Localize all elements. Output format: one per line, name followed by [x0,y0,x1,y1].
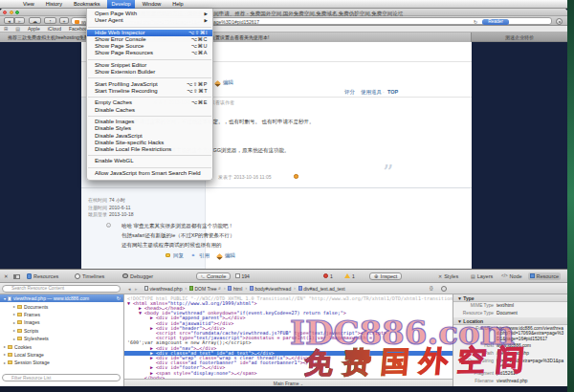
breadcrumb-file[interactable]: viewthread.php [144,286,182,292]
reply-link[interactable]: 回复 [173,252,184,259]
tree-item-frames[interactable]: ▸Frames [0,311,123,318]
edit-link[interactable]: 编辑 [223,79,233,86]
reader-button[interactable]: Reader [482,19,509,25]
console-prompt-icon: ›_ [201,273,205,278]
breadcrumb-dom-tree[interactable]: DOM Tree⇵ [189,286,221,292]
stat-value: 2010-6-11 [109,205,130,210]
inspector-tab-resources[interactable]: Resources [27,273,58,279]
menu-item-disable-local-file-restrictions[interactable]: Disable Local File Restrictions [87,146,212,153]
crosshair-icon: ⊕ [374,273,379,279]
tree-item-stylesheets[interactable]: ▸Stylesheets [0,335,123,342]
user-status-icon[interactable]: + [106,223,111,228]
resources-sidebar: ▾viewthread.php — www.idc886.com↻ ▸Docum… [0,294,124,386]
menu-item-show-extension-builder[interactable]: Show Extension Builder [87,69,212,76]
new-tab-button[interactable]: + [59,17,69,24]
gear-icon[interactable] [556,18,563,25]
edit-link2[interactable]: 编辑 [225,252,235,259]
menu-item-show-page-source[interactable]: Show Page Source⌥⌘U [87,43,212,50]
bookmark-icloud[interactable]: iCloud [48,26,61,32]
resource-search-input[interactable] [2,285,121,293]
breadcrumb-div-ad-text[interactable]: div#ad_text.ad_text [298,286,345,292]
menu-item-disable-site-specific-hacks[interactable]: Disable Site-specific Hacks [87,140,212,146]
tree-item-documents[interactable]: ▸Documents [0,302,123,310]
bookmarks-list-icon[interactable]: ▤ [15,26,20,32]
menu-item-start-timeline-recording[interactable]: Start Timeline Recording⌥⇧⌘T [87,88,212,95]
menu-item-show-error-console[interactable]: Show Error Console⌥⌘C [87,36,212,43]
sidebar-tab-node[interactable]: </>Node [501,273,522,279]
warning-count-badge[interactable]: 1 [344,273,355,279]
settings-gear-icon[interactable] [441,286,447,292]
menu-item-start-profiling-javascript[interactable]: Start Profiling JavaScript⌥⇧⌘P [87,81,212,88]
icloud-tabs-button[interactable]: ☁ [29,17,41,24]
error-count-badge[interactable]: 1 [323,273,333,279]
sidebar-tab-resource[interactable]: Resource [528,272,561,280]
menu-item-user-agent[interactable]: User Agent▶ [87,17,212,24]
menu-item-allow-javascript-from-smart-search-field[interactable]: Allow JavaScript from Smart Search Field [87,170,212,177]
menu-item-disable-caches[interactable]: Disable Caches [87,107,212,114]
nav-back-icon[interactable]: ◂ [128,286,131,292]
nav-forward-icon[interactable]: ▸ [135,286,138,292]
inspect-button[interactable]: ⊕Inspect [369,272,402,280]
console-button[interactable]: ›_Console [196,272,231,280]
tree-item-local-storage[interactable]: ▸Local Storage [0,351,123,359]
menu-item-show-snippet-editor[interactable]: Show Snippet Editor [87,62,212,69]
menubar-item-window[interactable]: Window [139,0,166,9]
tab-inactive[interactable]: 测速企业特价 [472,33,567,42]
menubar-item-view[interactable]: View [19,0,38,9]
window-titlebar[interactable]: 苹果safari浏览器查看网页源代码的方法 - 国外免费空间申请、推荐 - 免费… [0,9,567,16]
section-header-type[interactable]: ▼ Type [453,294,567,302]
use-tools-link[interactable]: 使用道具 [361,89,382,96]
styles-icon: ✕ [438,273,442,279]
reload-icon[interactable]: ↻ [474,19,477,25]
forward-button[interactable]: ▸ [14,17,25,24]
pretty-print-icon[interactable]: {} [430,285,433,291]
post2-text-line3: 还有网站主题或程序调试的时候也很有用的 [121,242,222,249]
inspector-tab-timelines[interactable]: Timelines [75,273,104,279]
menu-item-disable-javascript[interactable]: Disable JavaScript [87,133,212,140]
dock-side-icon[interactable] [13,274,20,280]
inspector-tab-debugger[interactable]: Debugger [122,273,153,279]
close-inspector-icon[interactable]: ✕ [4,273,9,279]
menubar-item-develop[interactable]: Develop [107,0,134,9]
tree-item-scripts[interactable]: ▸Scripts [0,327,123,335]
quote-link[interactable]: 引用 [199,252,210,259]
minimize-window-button[interactable] [10,11,13,14]
menu-item-open-page-with[interactable]: Open Page With▶ [87,11,212,17]
back-button[interactable]: ◂ [4,17,14,24]
zoom-window-button[interactable] [15,11,19,14]
filter-resource-input[interactable] [2,374,121,381]
menubar-item-history[interactable]: History [42,0,66,9]
tree-root-viewthread[interactable]: ▾viewthread.php — www.idc886.com↻ [0,294,123,302]
bookmark-apple[interactable]: Apple [28,26,40,32]
menu-item-show-page-resources[interactable]: Show Page Resources⌥⌘A [87,50,212,56]
menu-item-disable-images[interactable]: Disable Images [87,119,212,125]
tree-item-cookies[interactable]: ▸Cookies [0,342,123,350]
rate-link[interactable]: 评分 [344,89,355,96]
tab-active[interactable]: 推荐三款免费虚拟主机freehosting免费空间及国外免费空间申请教程 申请得… [0,33,472,42]
element-icon [228,286,232,291]
share-button[interactable]: ↑ [44,17,56,24]
menubar-item-help[interactable]: Help [168,0,187,9]
menu-item-disable-styles[interactable]: Disable Styles [87,125,212,132]
menubar-item-bookmarks[interactable]: Bookmarks [70,0,104,9]
document-icon [235,273,240,279]
breadcrumb-html[interactable]: html [228,286,242,292]
breadcrumb-body[interactable]: body#viewthread [250,286,291,292]
submenu-arrow-icon: ▶ [205,17,208,24]
tree-item-images[interactable]: ▸Images [0,318,123,326]
menu-item-hide-web-inspector[interactable]: Hide Web Inspector⌥⇧⌘I [87,30,212,36]
post2-text-line1: 哈哈 审查元素其实很多浏览器都有这个功能吧！ [121,223,233,229]
top-link[interactable]: TOP [387,89,398,95]
close-window-button[interactable] [3,11,7,14]
dom-tree-icon [189,286,193,291]
reload-resource-icon[interactable]: ↻ [117,295,123,301]
sidebar-tab-layers[interactable]: ▤Layers [471,273,493,279]
top-sites-icon[interactable]: ⊞ [4,26,8,32]
tab-bar: 推荐三款免费虚拟主机freehosting免费空间及国外免费空间申请教程 申请得… [0,33,567,42]
sidebar-tab-styles[interactable]: ✕Styles [438,273,458,279]
menu-separator [88,59,211,60]
document-count-badge[interactable]: 194 [235,273,250,279]
menu-item-empty-caches[interactable]: Empty Caches⌥⌘E [87,99,212,106]
menu-item-enable-webgl[interactable]: Enable WebGL [87,158,212,164]
tree-item-session-storage[interactable]: ▸Session Storage [0,359,123,366]
